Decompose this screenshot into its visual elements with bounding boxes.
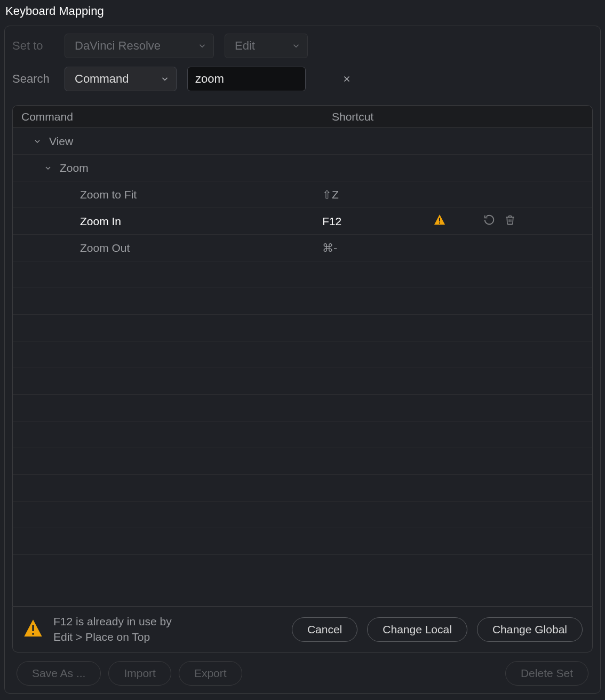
preset-value: DaVinci Resolve [75, 39, 161, 53]
shortcut-value[interactable]: ⌘- [322, 242, 424, 254]
tree-group-label: Zoom [60, 162, 89, 174]
search-input[interactable] [195, 72, 342, 86]
context-dropdown[interactable]: Edit [225, 34, 308, 58]
tree-group-view[interactable]: View [13, 128, 592, 155]
chevron-down-icon [41, 164, 55, 172]
svg-rect-3 [439, 222, 440, 224]
delete-set-button[interactable]: Delete Set [505, 661, 588, 686]
chevron-down-icon [30, 137, 45, 146]
command-name: Zoom to Fit [80, 188, 137, 201]
warning-icon [22, 618, 44, 641]
set-to-label: Set to [12, 39, 65, 53]
context-value: Edit [235, 39, 255, 53]
chevron-down-icon [291, 41, 301, 51]
empty-row [13, 341, 592, 368]
save-as-button[interactable]: Save As ... [17, 661, 101, 686]
preset-dropdown[interactable]: DaVinci Resolve [65, 34, 214, 58]
col-header-command[interactable]: Command [13, 110, 322, 123]
empty-row [13, 475, 592, 502]
table-row-selected[interactable]: Zoom In F12 [13, 208, 592, 235]
empty-row [13, 421, 592, 448]
empty-row [13, 448, 592, 475]
table-row[interactable]: Zoom Out ⌘- [13, 235, 592, 261]
chevron-down-icon [197, 41, 207, 51]
trash-icon[interactable] [505, 214, 515, 228]
svg-rect-5 [32, 633, 34, 634]
tree-group-label: View [49, 135, 73, 148]
empty-row [13, 502, 592, 528]
clear-search-button[interactable] [342, 74, 352, 84]
svg-rect-2 [439, 218, 440, 221]
empty-row [13, 315, 592, 341]
shortcut-value[interactable]: F12 [322, 215, 424, 228]
export-button[interactable]: Export [179, 661, 242, 686]
empty-row [13, 528, 592, 555]
empty-row [13, 395, 592, 421]
cancel-button[interactable]: Cancel [292, 617, 357, 642]
change-global-button[interactable]: Change Global [477, 617, 583, 642]
conflict-message: F12 is already in use by Edit > Place on… [53, 614, 172, 645]
undo-icon[interactable] [483, 214, 495, 228]
tree-group-zoom[interactable]: Zoom [13, 155, 592, 181]
svg-rect-4 [32, 625, 34, 631]
conflict-bar: F12 is already in use by Edit > Place on… [12, 607, 593, 653]
search-label: Search [12, 72, 65, 86]
panel-title: Keyboard Mapping [0, 0, 605, 26]
table-row[interactable]: Zoom to Fit ⇧Z [13, 181, 592, 208]
empty-row [13, 288, 592, 315]
empty-row [13, 368, 592, 395]
command-name: Zoom In [80, 215, 121, 228]
change-local-button[interactable]: Change Local [367, 617, 467, 642]
import-button[interactable]: Import [108, 661, 171, 686]
empty-row [13, 261, 592, 288]
search-mode-dropdown[interactable]: Command [65, 67, 177, 91]
shortcut-value[interactable]: ⇧Z [322, 188, 424, 201]
warning-icon [433, 213, 446, 229]
command-table-body[interactable]: View Zoom Zoom to Fit ⇧Z [13, 128, 592, 606]
command-name: Zoom Out [80, 242, 130, 254]
search-field-wrapper [187, 67, 306, 91]
col-header-shortcut[interactable]: Shortcut [322, 110, 592, 123]
chevron-down-icon [160, 74, 170, 84]
search-mode-value: Command [75, 72, 129, 86]
